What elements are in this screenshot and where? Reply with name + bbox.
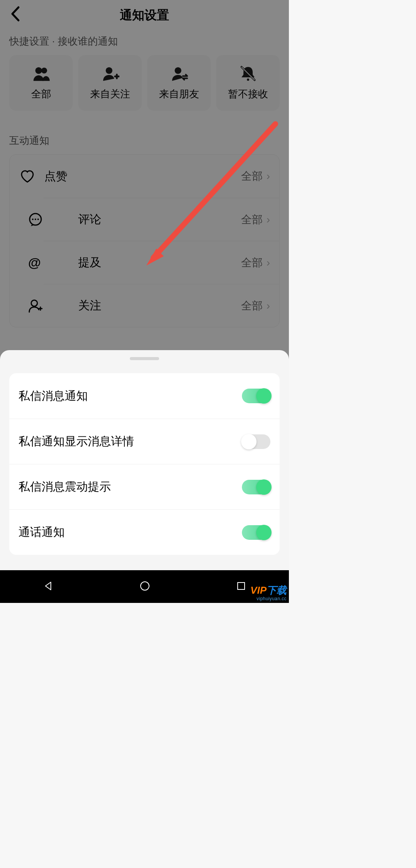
toggle-label: 私信消息震动提示 [18, 479, 242, 495]
toggle-row-call-notify: 通话通知 [9, 509, 280, 555]
toggle-switch[interactable] [242, 389, 270, 403]
toggle-switch[interactable] [242, 434, 270, 449]
bottom-sheet: 私信消息通知 私信通知显示消息详情 私信消息震动提示 通话通知 [0, 350, 289, 570]
toggle-label: 通话通知 [18, 524, 242, 540]
toggle-row-dm-vibrate: 私信消息震动提示 [9, 464, 280, 509]
toggle-row-dm-detail: 私信通知显示消息详情 [9, 419, 280, 464]
toggle-switch[interactable] [242, 525, 270, 540]
svg-rect-15 [238, 583, 245, 589]
toggle-label: 私信通知显示消息详情 [18, 434, 242, 449]
nav-recent-icon[interactable] [237, 581, 246, 592]
toggle-label: 私信消息通知 [18, 388, 242, 404]
android-navbar [0, 570, 289, 603]
toggle-switch[interactable] [242, 480, 270, 494]
toggle-row-dm-notify: 私信消息通知 [9, 373, 280, 419]
nav-home-icon[interactable] [139, 581, 150, 593]
sheet-handle[interactable] [130, 357, 159, 360]
watermark: VIP下载 viphuiyuan.cc [250, 584, 287, 601]
svg-point-14 [141, 582, 149, 590]
nav-back-icon[interactable] [43, 581, 53, 593]
